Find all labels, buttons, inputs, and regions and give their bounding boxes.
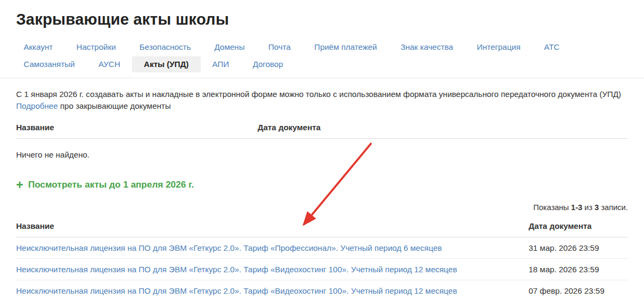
table-row: Неисключительная лицензия на ПО для ЭВМ …	[16, 280, 628, 298]
tab-account[interactable]: Аккаунт	[12, 39, 64, 55]
empty-acts-table: Название Дата документа Ничего не найден…	[16, 114, 628, 159]
act-document-link[interactable]: Неисключительная лицензия на ПО для ЭВМ …	[16, 265, 529, 274]
acts-table-header: Название Дата документа	[16, 215, 628, 237]
column-header-name: Название	[16, 221, 529, 230]
upd-notice-text: С 1 января 2026 г. создавать акты и накл…	[16, 88, 628, 100]
account-settings-page: Закрывающие акты школы Аккаунт Настройки…	[0, 0, 644, 298]
tab-quality-mark[interactable]: Знак качества	[389, 39, 465, 55]
tab-contract[interactable]: Договор	[241, 56, 295, 72]
pagination-middle: из	[582, 203, 595, 212]
tab-security[interactable]: Безопасность	[128, 39, 203, 55]
page-title: Закрывающие акты школы	[16, 11, 628, 28]
tab-integration[interactable]: Интеграция	[465, 39, 532, 55]
act-document-link[interactable]: Неисключительная лицензия на ПО для ЭВМ …	[16, 243, 529, 252]
tab-mail[interactable]: Почта	[257, 39, 303, 55]
pagination-prefix: Показаны	[533, 203, 571, 212]
pagination-range: 1-3	[571, 203, 582, 212]
tab-domains[interactable]: Домены	[203, 39, 257, 55]
more-details-suffix: про закрывающие документы	[58, 101, 171, 110]
upd-notice-more-line: Подробнее про закрывающие документы	[16, 100, 628, 112]
table-row: Неисключительная лицензия на ПО для ЭВМ …	[16, 237, 628, 259]
tab-api[interactable]: АПИ	[201, 56, 241, 72]
view-acts-label: Посмотреть акты до 1 апреля 2026 г.	[28, 180, 194, 190]
column-header-date: Дата документа	[258, 123, 628, 132]
act-document-date: 31 мар. 2026 23:59	[529, 243, 628, 252]
empty-acts-table-header: Название Дата документа	[16, 114, 628, 139]
plus-icon: +	[16, 180, 23, 190]
acts-table: Название Дата документа Неисключительная…	[16, 215, 628, 298]
settings-tab-bar: Аккаунт Настройки Безопасность Домены По…	[0, 39, 644, 78]
table-row: Неисключительная лицензия на ПО для ЭВМ …	[16, 259, 628, 280]
tab-settings[interactable]: Настройки	[64, 39, 128, 55]
tab-payments[interactable]: Приём платежей	[303, 39, 389, 55]
act-document-link[interactable]: Неисключительная лицензия на ПО для ЭВМ …	[16, 286, 529, 295]
act-document-date: 07 февр. 2026 23:59	[529, 286, 628, 295]
column-header-name: Название	[16, 123, 258, 132]
pagination-suffix: записи.	[599, 203, 628, 212]
act-document-date: 18 мар. 2026 23:59	[529, 265, 628, 274]
more-details-link[interactable]: Подробнее	[16, 101, 58, 110]
tab-acts-upd[interactable]: Акты (УПД)	[132, 56, 200, 72]
empty-state-message: Ничего не найдено.	[16, 139, 628, 159]
tab-ats[interactable]: АТС	[532, 39, 572, 55]
tab-ausn[interactable]: АУСН	[87, 56, 133, 72]
pagination-total: 3	[595, 203, 599, 212]
view-acts-until-link[interactable]: + Посмотреть акты до 1 апреля 2026 г.	[16, 180, 628, 190]
pagination-summary: Показаны 1-3 из 3 записи.	[16, 203, 628, 212]
tab-self-employed[interactable]: Самозанятый	[12, 56, 87, 72]
column-header-date: Дата документа	[529, 221, 628, 230]
upd-notice: С 1 января 2026 г. создавать акты и накл…	[16, 88, 628, 112]
